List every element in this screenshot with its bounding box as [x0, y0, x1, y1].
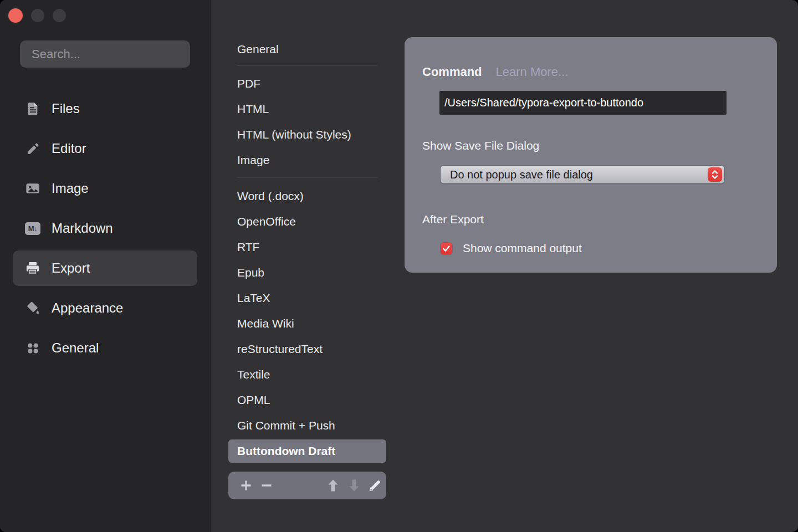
- sidebar-item-label: Markdown: [52, 221, 113, 236]
- move-down-button[interactable]: [346, 478, 362, 493]
- format-item-media-wiki[interactable]: Media Wiki: [211, 311, 399, 336]
- format-item-openoffice[interactable]: OpenOffice: [211, 209, 399, 234]
- format-item-html-without-styles[interactable]: HTML (without Styles): [211, 122, 399, 147]
- search-input[interactable]: [20, 40, 190, 68]
- format-toolbar: [228, 472, 386, 499]
- sidebar-item-appearance[interactable]: Appearance: [13, 290, 197, 326]
- grid-dots-icon: [24, 340, 41, 356]
- save-dialog-select-value: Do not popup save file dialog: [441, 166, 724, 183]
- sidebar-item-editor[interactable]: Editor: [13, 131, 197, 166]
- move-up-button[interactable]: [325, 478, 341, 493]
- preferences-window: Files Editor Image M↓ Markdown: [0, 0, 798, 532]
- sidebar-item-export[interactable]: Export: [13, 250, 197, 286]
- format-item-html[interactable]: HTML: [211, 96, 399, 122]
- format-item-general[interactable]: General: [211, 37, 399, 62]
- format-item-git-commit-push[interactable]: Git Commit + Push: [211, 413, 399, 438]
- sidebar-item-label: Files: [52, 101, 80, 116]
- sidebar-item-label: General: [52, 340, 99, 356]
- format-item-latex[interactable]: LaTeX: [211, 285, 399, 311]
- pencil-icon: [24, 140, 41, 157]
- format-item-restructuredtext[interactable]: reStructuredText: [211, 336, 399, 362]
- sidebar-item-label: Editor: [52, 141, 86, 156]
- command-label: Command: [422, 65, 482, 79]
- remove-button[interactable]: [259, 478, 274, 493]
- add-button[interactable]: [238, 478, 254, 493]
- command-row: Command Learn More...: [422, 65, 568, 79]
- sidebar-item-label: Export: [52, 260, 90, 276]
- export-settings-panel: Command Learn More... Show Save File Dia…: [405, 37, 777, 273]
- save-dialog-label: Show Save File Dialog: [422, 139, 539, 152]
- sidebar: Files Editor Image M↓ Markdown: [0, 0, 211, 532]
- close-button[interactable]: [8, 8, 23, 23]
- save-dialog-select[interactable]: Do not popup save file dialog: [441, 166, 724, 183]
- format-item-rtf[interactable]: RTF: [211, 234, 399, 260]
- format-item-buttondown-draft-selected[interactable]: Buttondown Draft: [228, 439, 386, 463]
- document-icon: [24, 100, 41, 117]
- image-icon: [24, 180, 41, 197]
- format-item-image[interactable]: Image: [211, 147, 399, 173]
- sidebar-item-files[interactable]: Files: [13, 91, 197, 126]
- printer-icon: [24, 260, 41, 277]
- show-command-output-row: Show command output: [441, 242, 582, 255]
- export-format-list: General PDF HTML HTML (without Styles) I…: [211, 0, 399, 532]
- stepper-icon: [708, 167, 722, 182]
- format-item-textile[interactable]: Textile: [211, 362, 399, 387]
- format-item-word[interactable]: Word (.docx): [211, 183, 399, 209]
- sidebar-nav: Files Editor Image M↓ Markdown: [0, 91, 210, 370]
- sidebar-item-label: Image: [52, 181, 89, 196]
- learn-more-link[interactable]: Learn More...: [496, 65, 569, 79]
- edit-button[interactable]: [367, 478, 383, 493]
- after-export-label: After Export: [422, 213, 484, 226]
- sidebar-item-markdown[interactable]: M↓ Markdown: [13, 211, 197, 246]
- zoom-button[interactable]: [53, 9, 66, 22]
- minimize-button[interactable]: [31, 9, 44, 22]
- sidebar-item-general[interactable]: General: [13, 330, 197, 366]
- divider: [237, 177, 377, 178]
- markdown-icon: M↓: [24, 220, 41, 237]
- format-item-epub[interactable]: Epub: [211, 260, 399, 285]
- format-item-opml[interactable]: OPML: [211, 387, 399, 413]
- format-item-pdf[interactable]: PDF: [211, 71, 399, 96]
- command-input[interactable]: [439, 91, 727, 115]
- show-command-output-label: Show command output: [463, 242, 582, 255]
- sidebar-item-image[interactable]: Image: [13, 171, 197, 206]
- sidebar-item-label: Appearance: [52, 300, 123, 316]
- checkbox-checked-icon[interactable]: [441, 243, 452, 254]
- divider: [237, 65, 377, 66]
- paint-bucket-icon: [24, 300, 41, 316]
